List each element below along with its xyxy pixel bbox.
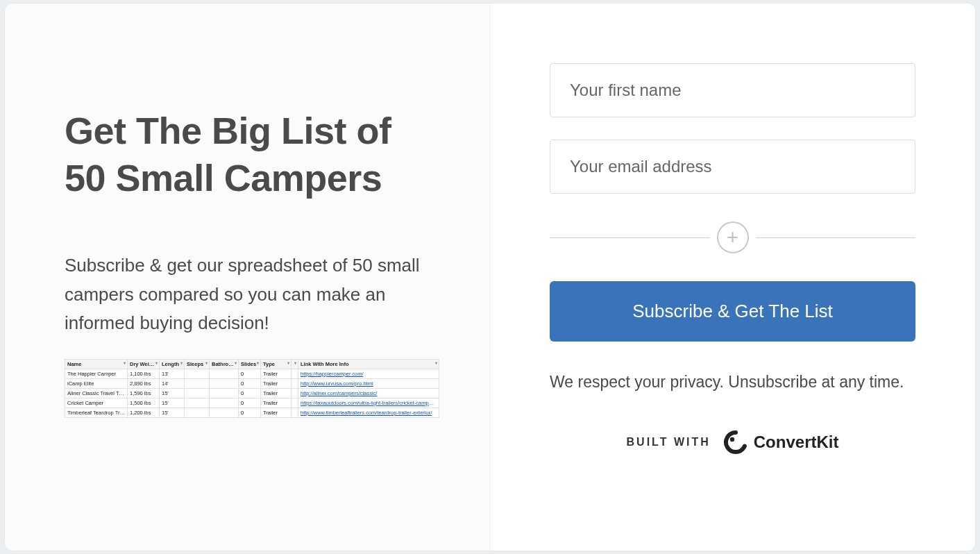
- convertkit-icon: [723, 430, 748, 455]
- table-row: The Happier Camper1,100 lbs13'0Trailerht…: [65, 369, 439, 378]
- table-row: Timberleaf Teardrop Trailer1,200 lbs15'0…: [65, 408, 439, 417]
- table-cell: 0: [239, 378, 261, 388]
- table-cell-link: http://aliner.com/campers/classic/: [298, 388, 439, 398]
- built-with-label: BUILT WITH: [627, 436, 711, 448]
- table-cell: [185, 369, 210, 378]
- table-cell: Trailer: [261, 369, 292, 378]
- table-cell-link: http://www.urvusa.com/pro.html: [298, 378, 439, 388]
- table-cell: [210, 369, 239, 378]
- table-row: iCamp Elite2,890 lbs14'0Trailerhttp://ww…: [65, 378, 439, 388]
- table-cell: [185, 378, 210, 388]
- privacy-text: We respect your privacy. Unsubscribe at …: [550, 369, 915, 395]
- table-cell: Trailer: [261, 398, 292, 408]
- subscribe-button[interactable]: Subscribe & Get The List: [550, 281, 915, 342]
- table-cell: 15': [160, 408, 185, 417]
- col-bathroom: Bathroom: [210, 359, 239, 369]
- table-cell-link: https://happiercamper.com/: [298, 369, 439, 378]
- table-cell: [292, 398, 298, 408]
- table-cell: [210, 388, 239, 398]
- table-cell: [185, 388, 210, 398]
- table-cell: 2,890 lbs: [128, 378, 160, 388]
- table-cell: Trailer: [261, 388, 292, 398]
- table-cell: 0: [239, 398, 261, 408]
- table-cell-link: https://taxaoutdoors.com/ultra-light-tra…: [298, 398, 439, 408]
- right-panel: + Subscribe & Get The List We respect yo…: [490, 3, 975, 551]
- table-cell: 0: [239, 369, 261, 378]
- table-cell: [210, 398, 239, 408]
- table-cell: 0: [239, 408, 261, 417]
- table-cell: [185, 408, 210, 417]
- table-cell: The Happier Camper: [65, 369, 128, 378]
- table-cell: Trailer: [261, 408, 292, 417]
- table-cell: Timberleaf Teardrop Trailer: [65, 408, 128, 417]
- convertkit-logo: ConvertKit: [723, 430, 839, 455]
- svg-point-0: [730, 437, 734, 442]
- convertkit-wordmark: ConvertKit: [754, 433, 839, 452]
- first-name-field[interactable]: [550, 63, 915, 117]
- col-type: Type: [261, 359, 292, 369]
- page-title: Get The Big List of 50 Small Campers: [65, 108, 441, 201]
- col-link: Link With More Info: [298, 359, 439, 369]
- table-cell: [292, 378, 298, 388]
- col-length: Length: [160, 359, 185, 369]
- spreadsheet-preview: Name Dry Weight Length Sleeps Bathroom S…: [65, 359, 439, 418]
- table-cell: 13': [160, 369, 185, 378]
- table-cell: [210, 408, 239, 417]
- table-cell: 1,500 lbs: [128, 398, 160, 408]
- table-cell: [292, 408, 298, 417]
- form-divider: +: [550, 221, 915, 253]
- email-field[interactable]: [550, 140, 915, 194]
- left-panel: Get The Big List of 50 Small Campers Sub…: [5, 3, 490, 551]
- page-subtitle: Subscribe & get our spreadsheet of 50 sm…: [65, 251, 441, 338]
- table-cell-link: http://www.timberleaftrailers.com/teardr…: [298, 408, 439, 417]
- table-cell: [185, 398, 210, 408]
- built-with-badge[interactable]: BUILT WITH ConvertKit: [550, 430, 915, 455]
- spreadsheet-header-row: Name Dry Weight Length Sleeps Bathroom S…: [65, 359, 439, 369]
- table-cell: 14': [160, 378, 185, 388]
- table-cell: 15': [160, 388, 185, 398]
- table-cell: 15': [160, 398, 185, 408]
- table-cell: 1,590 lbs: [128, 388, 160, 398]
- table-cell: iCamp Elite: [65, 378, 128, 388]
- divider-line-left: [550, 237, 710, 238]
- col-dry-weight: Dry Weight: [128, 359, 160, 369]
- table-cell: 0: [239, 388, 261, 398]
- col-slides: Slides: [239, 359, 261, 369]
- plus-icon[interactable]: +: [717, 221, 749, 253]
- table-cell: [210, 378, 239, 388]
- divider-line-right: [756, 237, 916, 238]
- table-cell: 1,100 lbs: [128, 369, 160, 378]
- signup-card: Get The Big List of 50 Small Campers Sub…: [4, 3, 976, 551]
- table-cell: [292, 369, 298, 378]
- table-row: Aliner Classic Travel Trailer1,590 lbs15…: [65, 388, 439, 398]
- table-cell: 1,200 lbs: [128, 408, 160, 417]
- col-blank: [292, 359, 298, 369]
- table-cell: Cricket Camper: [65, 398, 128, 408]
- table-row: Cricket Camper1,500 lbs15'0Trailerhttps:…: [65, 398, 439, 408]
- col-sleeps: Sleeps: [185, 359, 210, 369]
- table-cell: [292, 388, 298, 398]
- table-cell: Trailer: [261, 378, 292, 388]
- table-cell: Aliner Classic Travel Trailer: [65, 388, 128, 398]
- col-name: Name: [65, 359, 128, 369]
